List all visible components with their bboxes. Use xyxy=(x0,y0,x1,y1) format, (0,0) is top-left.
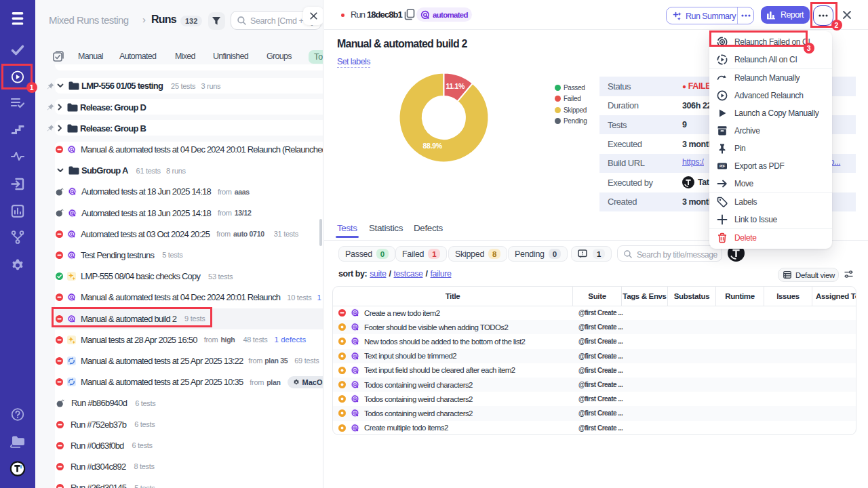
svg-text:PDF: PDF xyxy=(719,165,726,168)
svg-text:88.9%: 88.9% xyxy=(423,142,443,150)
svg-text:11.1%: 11.1% xyxy=(446,82,465,90)
